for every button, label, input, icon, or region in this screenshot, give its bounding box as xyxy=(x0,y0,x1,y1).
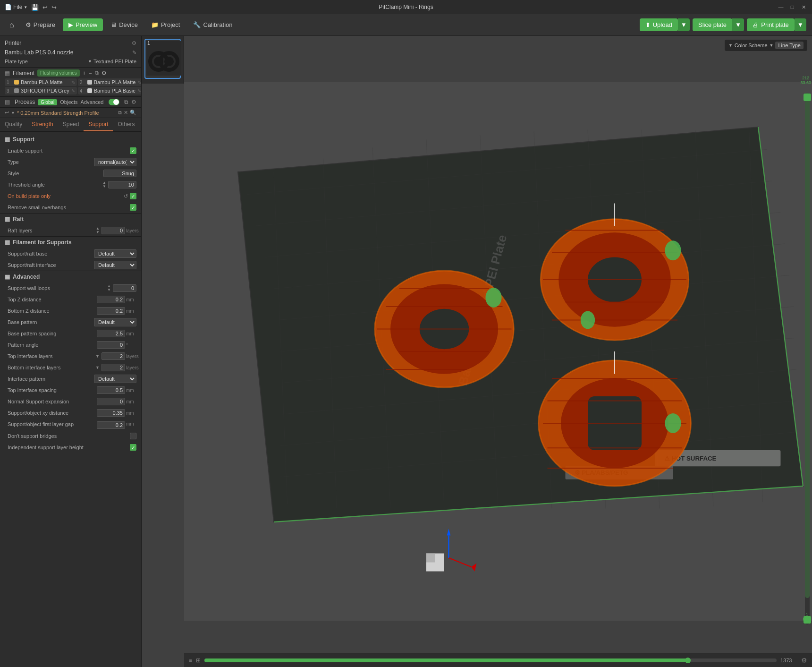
raft-layers-input[interactable] xyxy=(102,227,125,234)
minimize-button[interactable]: — xyxy=(777,3,785,11)
printer-name[interactable]: Bambu Lab P1S 0.4 nozzle xyxy=(5,49,73,56)
interface-pattern-select[interactable]: Default xyxy=(94,375,136,383)
tab-others[interactable]: Others xyxy=(113,118,139,131)
print-button[interactable]: 🖨 Print plate xyxy=(747,18,795,31)
profile-delete-icon[interactable]: ✕ xyxy=(124,110,128,116)
print-dropdown-button[interactable]: ▼ xyxy=(795,18,806,31)
settings-icon[interactable]: ⚙ xyxy=(801,657,807,664)
filament-edit-4[interactable]: ✎ xyxy=(137,88,141,94)
top-interface-layers-unit: layers xyxy=(126,354,136,359)
style-input[interactable] xyxy=(103,170,136,177)
close-button[interactable]: ✕ xyxy=(800,3,807,11)
threshold-row: Threshold angle ▲ ▼ xyxy=(0,179,141,190)
filament-edit-1[interactable]: ✎ xyxy=(71,80,75,85)
top-z-input[interactable] xyxy=(97,296,125,303)
enable-support-checkbox[interactable]: ✓ xyxy=(130,147,136,154)
top-interface-spacing-input[interactable] xyxy=(97,386,125,394)
filament-gear-icon[interactable]: ⚙ xyxy=(102,70,107,77)
profile-back-icon[interactable]: ↩ xyxy=(5,110,9,116)
independent-layer-checkbox[interactable]: ✓ xyxy=(130,444,136,451)
filament-item-4[interactable]: 4 Bambu PLA Basic ✎ xyxy=(78,87,142,94)
normal-support-expansion-input[interactable] xyxy=(97,398,125,405)
tab-speed[interactable]: Speed xyxy=(58,118,84,131)
thumbnail-1[interactable]: 1 xyxy=(144,39,181,79)
threshold-input[interactable] xyxy=(108,181,136,188)
process-icon2[interactable]: ⚙ xyxy=(131,99,136,105)
slice-button[interactable]: Slice plate xyxy=(693,18,732,31)
first-layer-gap-input[interactable] xyxy=(97,421,125,429)
file-menu[interactable]: 📄 File ▼ xyxy=(5,4,27,10)
support-group-header[interactable]: ▦ Support xyxy=(0,134,141,145)
save-icon[interactable]: 💾 xyxy=(31,4,39,11)
wall-loops-down-btn[interactable]: ▼ xyxy=(107,288,111,292)
maximize-button[interactable]: □ xyxy=(788,3,796,11)
tab-strength[interactable]: Strength xyxy=(27,118,58,131)
remove-filament-icon[interactable]: − xyxy=(89,70,92,77)
raft-group-header[interactable]: ▦ Raft xyxy=(0,214,141,225)
plate-type-value[interactable]: Textured PEI Plate xyxy=(93,59,136,64)
remove-overhangs-checkbox[interactable]: ✓ xyxy=(130,204,136,211)
preview-button[interactable]: ▶ Preview xyxy=(63,18,103,31)
profile-row: ↩ ▼ * 0.20mm Standard Strength Profile ⧉… xyxy=(0,108,141,118)
advanced-group-header[interactable]: ▦ Advanced xyxy=(0,271,141,282)
upload-button[interactable]: ⬆ Upload xyxy=(640,18,678,31)
printer-edit-icon[interactable]: ✎ xyxy=(132,50,136,56)
profile-dropdown-icon[interactable]: ▼ xyxy=(11,111,15,115)
support-raft-base-select[interactable]: Default xyxy=(94,249,136,258)
project-button[interactable]: 📁 Project xyxy=(145,18,186,31)
layer-slider-handle-top[interactable] xyxy=(804,94,811,101)
advanced-process-label[interactable]: Advanced xyxy=(81,99,104,105)
add-filament-icon[interactable]: + xyxy=(83,70,86,77)
advanced-toggle[interactable] xyxy=(109,99,120,105)
base-pattern-spacing-input[interactable] xyxy=(97,330,125,337)
profile-search-icon[interactable]: 🔍 xyxy=(130,110,136,116)
raft-down-btn[interactable]: ▼ xyxy=(96,231,100,234)
bottom-interface-layers-input[interactable] xyxy=(102,364,125,371)
filament-edit-2[interactable]: ✎ xyxy=(137,80,141,85)
top-interface-layers-input[interactable] xyxy=(102,352,125,360)
tab-support[interactable]: Support xyxy=(84,118,113,131)
home-button[interactable]: ⌂ xyxy=(6,19,18,31)
profile-save-icon[interactable]: ⧉ xyxy=(118,110,122,116)
prepare-button[interactable]: ⚙ Prepare xyxy=(20,18,61,31)
device-button[interactable]: 🖥 Device xyxy=(105,18,144,31)
profile-name[interactable]: * 0.20mm Standard Strength Profile xyxy=(17,110,116,116)
dont-support-bridges-checkbox[interactable] xyxy=(130,433,136,439)
printer-gear-icon[interactable]: ⚙ xyxy=(132,40,136,46)
upload-dropdown-button[interactable]: ▼ xyxy=(678,18,690,31)
filament-copy-icon[interactable]: ⧉ xyxy=(95,70,99,76)
file-dropdown-icon[interactable]: ▼ xyxy=(24,5,27,9)
tabs-row: Quality Strength Speed Support Others xyxy=(0,118,141,132)
pattern-angle-input[interactable] xyxy=(97,341,125,349)
layer-slider-bar[interactable] xyxy=(805,93,810,624)
filament-edit-3[interactable]: ✎ xyxy=(71,88,75,94)
global-badge[interactable]: Global xyxy=(38,99,57,105)
layer-thumb-icon[interactable]: ⊞ xyxy=(196,657,201,664)
tab-quality[interactable]: Quality xyxy=(0,118,27,131)
line-type-chevron[interactable]: ▼ xyxy=(770,43,774,48)
type-select[interactable]: normal(auto) xyxy=(94,158,136,166)
undo-icon[interactable]: ↩ xyxy=(42,4,48,11)
process-icon1[interactable]: ⧉ xyxy=(124,99,128,105)
filament-item-2[interactable]: 2 Bambu PLA Matte ✎ xyxy=(78,78,142,86)
progress-bar-container[interactable] xyxy=(204,658,777,662)
slice-dropdown-button[interactable]: ▼ xyxy=(732,18,744,31)
filament-item-1[interactable]: 1 Bambu PLA Matte ✎ xyxy=(5,78,77,86)
flushing-volumes-button[interactable]: Flushing volumes xyxy=(37,69,80,77)
layer-list-icon[interactable]: ≡ xyxy=(189,657,192,664)
color-scheme-chevron[interactable]: ▼ xyxy=(728,43,733,48)
calibration-button[interactable]: 🔧 Calibration xyxy=(187,18,238,31)
filament-item-3[interactable]: 3 3DHOJOR PLA Grey ✎ xyxy=(5,87,77,94)
objects-label[interactable]: Objects xyxy=(60,99,77,105)
build-plate-checkbox[interactable]: ✓ xyxy=(130,193,136,199)
bottom-z-input[interactable] xyxy=(97,307,125,315)
filament-supports-header[interactable]: ▦ Filament for Supports xyxy=(0,237,141,248)
support-raft-interface-select[interactable]: Default xyxy=(94,261,136,269)
filament-title: Filament xyxy=(13,70,34,77)
base-pattern-select[interactable]: Default xyxy=(94,318,136,326)
support-xy-input[interactable] xyxy=(97,409,125,417)
redo-icon[interactable]: ↪ xyxy=(51,4,57,11)
threshold-down-btn[interactable]: ▼ xyxy=(102,185,106,188)
build-plate-reset-icon[interactable]: ↺ xyxy=(124,193,128,199)
wall-loops-input[interactable] xyxy=(113,284,136,292)
